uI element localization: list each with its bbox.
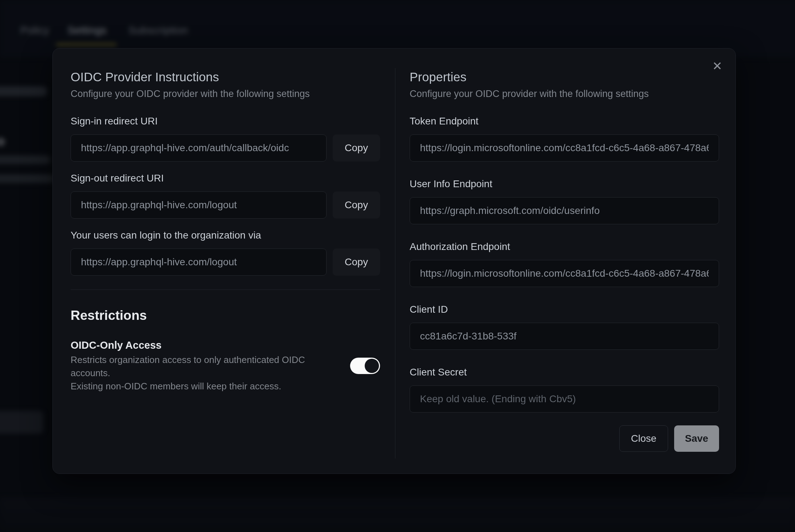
properties-column: Properties Configure your OIDC provider … <box>410 69 719 452</box>
toggle-knob <box>365 359 379 373</box>
instructions-subtitle: Configure your OIDC provider with the fo… <box>71 88 380 100</box>
properties-subtitle: Configure your OIDC provider with the fo… <box>410 88 719 100</box>
properties-title: Properties <box>410 69 719 85</box>
description-line-2: Existing non-OIDC members will keep thei… <box>71 381 281 392</box>
login-via-input[interactable] <box>71 249 327 276</box>
section-divider <box>71 290 380 290</box>
column-divider <box>395 68 395 459</box>
token-endpoint-label: Token Endpoint <box>410 115 719 127</box>
oidc-only-access-toggle[interactable] <box>350 358 380 374</box>
instructions-title: OIDC Provider Instructions <box>71 69 380 85</box>
oidc-settings-dialog: ✕ OIDC Provider Instructions Configure y… <box>52 48 736 474</box>
signout-redirect-uri-label: Sign-out redirect URI <box>71 172 380 184</box>
oidc-only-access-description: Restricts organization access to only au… <box>71 353 339 393</box>
oidc-only-access-text: OIDC-Only Access Restricts organization … <box>71 339 339 393</box>
copy-signout-uri-button[interactable]: Copy <box>333 191 380 219</box>
signout-redirect-uri-row: Copy <box>71 191 380 219</box>
client-id-input[interactable] <box>410 323 719 350</box>
oidc-only-access-label: OIDC-Only Access <box>71 339 339 352</box>
client-secret-input[interactable] <box>410 385 719 413</box>
copy-login-via-button[interactable]: Copy <box>333 249 380 276</box>
copy-signin-uri-button[interactable]: Copy <box>333 134 380 162</box>
client-id-label: Client ID <box>410 303 719 316</box>
authorization-endpoint-label: Authorization Endpoint <box>410 241 719 253</box>
oidc-only-access-row: OIDC-Only Access Restricts organization … <box>71 339 380 393</box>
save-button[interactable]: Save <box>674 425 719 452</box>
instructions-column: OIDC Provider Instructions Configure you… <box>71 69 380 393</box>
login-via-row: Copy <box>71 249 380 276</box>
user-info-endpoint-input[interactable] <box>410 197 719 224</box>
login-via-label: Your users can login to the organization… <box>71 229 380 241</box>
dialog-footer: Close Save <box>410 425 719 452</box>
close-button[interactable]: Close <box>619 425 668 452</box>
signout-redirect-uri-input[interactable] <box>71 191 327 219</box>
token-endpoint-input[interactable] <box>410 134 719 162</box>
user-info-endpoint-label: User Info Endpoint <box>410 178 719 190</box>
client-secret-label: Client Secret <box>410 366 719 378</box>
authorization-endpoint-input[interactable] <box>410 260 719 287</box>
signin-redirect-uri-row: Copy <box>71 134 380 162</box>
signin-redirect-uri-label: Sign-in redirect URI <box>71 115 380 127</box>
signin-redirect-uri-input[interactable] <box>71 134 327 162</box>
restrictions-title: Restrictions <box>71 307 380 324</box>
description-line-1: Restricts organization access to only au… <box>71 354 305 378</box>
